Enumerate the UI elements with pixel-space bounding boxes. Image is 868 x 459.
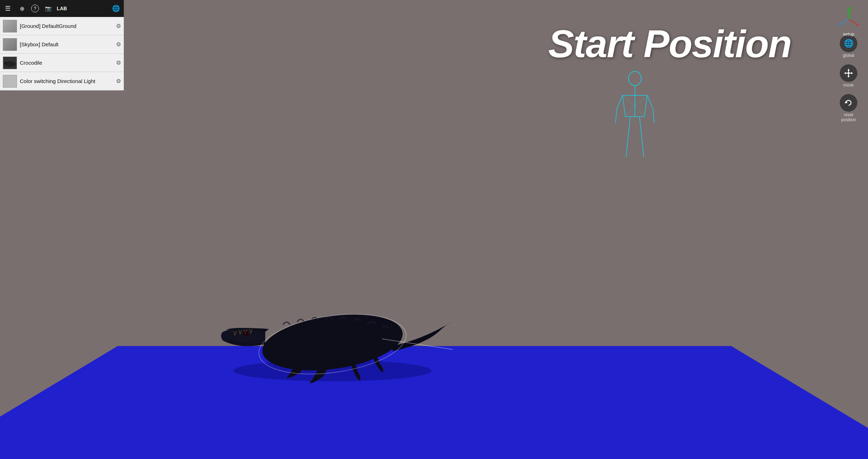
scene-item-directional-light[interactable]: Color switching Directional Light ⚙ [0,72,124,90]
right-controls: Y setup 🌐 global [836,7,861,122]
svg-text:Y: Y [850,7,852,11]
axis-indicator: Y setup [836,7,861,28]
svg-line-8 [615,109,617,123]
scene-item-label-directional-light: Color switching Directional Light [20,78,113,84]
global-button[interactable]: 🌐 [839,34,858,53]
svg-line-11 [628,117,630,136]
scene-item-thumb-croc [3,57,17,69]
viewport: Start Position [0,0,868,459]
reset-position-button[interactable] [839,93,858,112]
start-position-text: Start Position [548,21,791,66]
svg-marker-33 [856,23,859,26]
scene-item-thumb-skybox [3,38,17,51]
svg-line-18 [635,106,644,117]
svg-marker-39 [847,76,850,78]
scene-item-label-ground: [Ground] DefaultGround [20,23,113,29]
svg-marker-41 [851,72,853,74]
reset-icon [844,98,853,108]
svg-line-14 [642,136,644,157]
global-control: 🌐 global [839,34,858,58]
scene-item-thumb-ground [3,20,17,33]
svg-line-15 [623,95,635,106]
camera-icon[interactable]: 📷 [43,4,53,13]
reset-position-label: reset position [836,112,861,122]
svg-marker-38 [847,69,850,71]
svg-line-12 [626,136,628,157]
svg-line-13 [640,117,642,136]
move-label: move [843,83,853,88]
global-icon: 🌐 [844,40,853,47]
toolbar: LAB ☰ ⊕ ? 📷 🌐 [0,0,124,17]
help-icon[interactable]: ? [31,5,39,12]
human-figure [612,71,658,163]
svg-line-4 [644,95,647,117]
move-button[interactable] [839,64,858,83]
scene-item-settings-skybox[interactable]: ⚙ [116,41,121,48]
scene-item-thumb-light [3,75,17,88]
svg-point-42 [847,72,850,74]
svg-point-28 [5,62,6,63]
menu-icon[interactable]: ☰ [3,4,13,13]
svg-line-17 [625,106,635,117]
reset-position-control: reset position [836,93,861,122]
setup-label: setup [836,31,861,37]
scene-item-settings-light[interactable]: ⚙ [116,78,121,84]
scene-item-crocodile[interactable]: Crocodile ⚙ [0,54,124,72]
svg-line-7 [617,95,623,109]
scene-item-settings-ground[interactable]: ⚙ [116,23,121,29]
crocodile-area [212,247,460,388]
svg-point-27 [4,61,16,67]
svg-point-19 [629,71,641,86]
globe-icon[interactable]: 🌐 [111,4,121,13]
scene-item-label-skybox: [Skybox] Default [20,41,113,47]
scene-item-settings-croc[interactable]: ⚙ [116,59,121,66]
scene-item-skybox[interactable]: [Skybox] Default ⚙ [0,35,124,54]
svg-marker-40 [844,72,846,74]
svg-marker-35 [838,23,841,26]
svg-line-9 [647,95,653,109]
svg-line-3 [623,95,625,117]
toolbar-title: LAB [57,0,67,17]
svg-line-16 [635,95,647,106]
move-icon [844,68,853,78]
svg-point-24 [245,333,245,333]
move-control: move [839,64,858,88]
add-scene-icon[interactable]: ⊕ [17,4,27,13]
scene-item-label-croc: Crocodile [20,60,113,66]
global-label: global [843,53,854,58]
scene-item-ground[interactable]: [Ground] DefaultGround ⚙ [0,17,124,35]
scene-panel: [Ground] DefaultGround ⚙ [Skybox] Defaul… [0,17,124,90]
svg-line-10 [653,109,654,123]
